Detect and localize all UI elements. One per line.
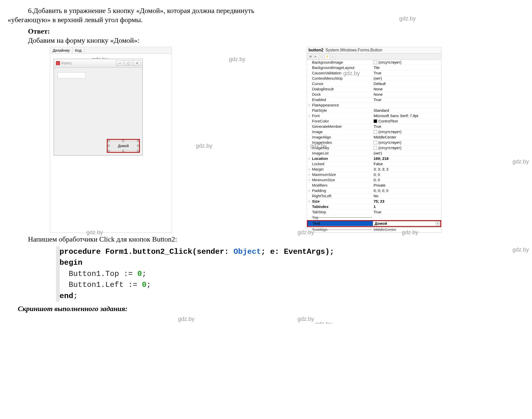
resize-handle[interactable] bbox=[137, 150, 139, 152]
task-text-line1: 6.Добавить в упражнение 5 кнопку «Домой»… bbox=[0, 0, 532, 15]
property-row[interactable]: GenerateMemberTrue bbox=[307, 124, 441, 129]
close-button[interactable]: ✕ bbox=[133, 60, 141, 66]
property-row[interactable]: TabStopTrue bbox=[307, 210, 441, 215]
property-row[interactable]: BackgroundImage(отсутствует) bbox=[307, 60, 441, 65]
property-row[interactable]: ContextMenuStrip(нет) bbox=[307, 76, 441, 81]
expand-icon[interactable]: > bbox=[307, 173, 312, 176]
property-row[interactable]: Tag bbox=[307, 215, 441, 220]
tab-code[interactable]: Код bbox=[72, 47, 84, 53]
property-value[interactable]: 0; 0 bbox=[374, 178, 380, 182]
property-value[interactable]: 0; 0 bbox=[374, 172, 380, 177]
property-row[interactable]: ImageKey(отсутствует) bbox=[307, 145, 441, 151]
expand-icon[interactable]: > bbox=[307, 157, 312, 160]
resize-handle[interactable] bbox=[108, 145, 110, 147]
resize-handle[interactable] bbox=[108, 140, 110, 142]
expand-icon[interactable]: > bbox=[307, 189, 312, 192]
property-row[interactable]: BackgroundImageLayoutTile bbox=[307, 65, 441, 71]
property-value[interactable]: False bbox=[374, 162, 383, 166]
property-value[interactable]: MiddleCenter bbox=[374, 135, 396, 139]
property-row[interactable]: >MaximumSize0; 0 bbox=[307, 172, 441, 177]
property-row[interactable]: >Padding0; 0; 0; 0 bbox=[307, 188, 441, 193]
expand-icon[interactable]: > bbox=[307, 114, 312, 117]
maximize-button[interactable]: ▢ bbox=[125, 60, 132, 66]
property-row[interactable]: >Location169; 218 bbox=[307, 156, 441, 161]
property-value[interactable]: None bbox=[374, 92, 383, 96]
property-value[interactable]: 3; 3; 3; 3 bbox=[374, 167, 388, 171]
property-name: FlatAppearance bbox=[312, 103, 372, 107]
form-window[interactable]: Form1 — ▢ ✕ Домой bbox=[54, 59, 143, 156]
property-value[interactable]: 169; 218 bbox=[374, 156, 389, 161]
expand-icon[interactable]: > bbox=[307, 178, 312, 181]
property-row[interactable]: TextAlignMiddleCenter bbox=[307, 227, 441, 232]
property-row[interactable]: ForeColorControlText bbox=[307, 119, 441, 124]
property-row[interactable]: FlatStyleStandard bbox=[307, 108, 441, 113]
sort-az-icon[interactable]: A↓ bbox=[314, 54, 319, 59]
textbox-button1[interactable] bbox=[57, 72, 85, 78]
property-value[interactable]: Private bbox=[374, 183, 386, 187]
property-row[interactable]: CausesValidationTrue bbox=[307, 71, 441, 76]
property-row[interactable]: TextДомой▾ bbox=[308, 221, 440, 226]
property-value[interactable]: ControlText bbox=[378, 119, 398, 123]
designer-canvas[interactable]: Form1 — ▢ ✕ Домой bbox=[50, 54, 172, 166]
property-value[interactable]: (нет) bbox=[374, 76, 382, 80]
property-value[interactable]: True bbox=[374, 210, 381, 214]
sort-cat-icon[interactable]: ▤ bbox=[308, 54, 313, 59]
property-value[interactable]: No bbox=[374, 194, 378, 198]
property-row[interactable]: ImageList(нет) bbox=[307, 151, 441, 156]
property-row[interactable]: >FontMicrosoft Sans Serif; 7.8pt bbox=[307, 113, 441, 119]
property-row[interactable]: >Margin3; 3; 3; 3 bbox=[307, 167, 441, 172]
expand-icon[interactable]: > bbox=[307, 168, 312, 171]
expand-icon[interactable]: > bbox=[307, 104, 312, 107]
property-row[interactable]: ImageAlignMiddleCenter bbox=[307, 135, 441, 140]
property-row[interactable]: Image(отсутствует) bbox=[307, 129, 441, 135]
property-value[interactable]: 0; 0; 0; 0 bbox=[374, 188, 388, 193]
property-value[interactable]: Microsoft Sans Serif; 7.8pt bbox=[374, 114, 418, 118]
property-name: TabIndex bbox=[312, 204, 372, 209]
property-value[interactable]: None bbox=[374, 87, 383, 91]
property-value[interactable]: Домой bbox=[375, 221, 387, 226]
resize-handle[interactable] bbox=[122, 140, 124, 142]
property-value[interactable]: (отсутствует) bbox=[378, 60, 401, 64]
property-value[interactable]: True bbox=[374, 124, 381, 129]
property-row[interactable]: DialogResultNone bbox=[307, 87, 441, 92]
property-name: ForeColor bbox=[312, 119, 372, 123]
property-value[interactable]: Standard bbox=[374, 108, 389, 113]
highlight-box: Домой bbox=[107, 139, 140, 153]
expand-icon[interactable]: > bbox=[307, 200, 312, 203]
property-value[interactable]: 75; 23 bbox=[374, 199, 385, 203]
property-row[interactable]: EnabledTrue bbox=[307, 97, 441, 103]
page-icon[interactable]: ▢ bbox=[330, 54, 335, 59]
dropdown-icon[interactable]: ▾ bbox=[436, 221, 440, 226]
property-row[interactable]: RightToLeftNo bbox=[307, 193, 441, 199]
property-row[interactable]: ImageIndex(отсутствует) bbox=[307, 140, 441, 145]
form-body[interactable]: Домой bbox=[54, 68, 142, 155]
resize-handle[interactable] bbox=[137, 140, 139, 142]
resize-handle[interactable] bbox=[137, 145, 139, 147]
property-row[interactable]: CursorDefault bbox=[307, 81, 441, 87]
property-value[interactable]: (отсутствует) bbox=[378, 140, 401, 145]
property-value[interactable]: (отсутствует) bbox=[378, 130, 401, 134]
property-value[interactable]: True bbox=[374, 97, 381, 102]
events-icon[interactable]: ⚡ bbox=[325, 54, 330, 59]
minimize-button[interactable]: — bbox=[116, 60, 124, 66]
property-grid[interactable]: BackgroundImage(отсутствует)BackgroundIm… bbox=[307, 60, 441, 232]
property-value[interactable]: (отсутствует) bbox=[378, 146, 401, 150]
button2-home[interactable]: Домой bbox=[109, 141, 138, 151]
property-row[interactable]: >MinimumSize0; 0 bbox=[307, 177, 441, 183]
property-row[interactable]: >FlatAppearance bbox=[307, 103, 441, 108]
property-value[interactable]: 1 bbox=[374, 204, 376, 209]
property-value[interactable]: Default bbox=[374, 81, 386, 86]
property-value[interactable]: True bbox=[374, 71, 381, 75]
property-row[interactable]: DockNone bbox=[307, 92, 441, 97]
resize-handle[interactable] bbox=[122, 150, 124, 152]
property-row[interactable]: ModifiersPrivate bbox=[307, 183, 441, 188]
property-row[interactable]: >Size75; 23 bbox=[307, 199, 441, 204]
property-value[interactable]: MiddleCenter bbox=[374, 227, 396, 232]
property-row[interactable]: LockedFalse bbox=[307, 161, 441, 167]
property-value[interactable]: Tile bbox=[374, 65, 380, 70]
property-row[interactable]: TabIndex1 bbox=[307, 204, 441, 210]
property-value[interactable]: (нет) bbox=[374, 151, 382, 155]
resize-handle[interactable] bbox=[108, 150, 110, 152]
props-icon[interactable]: ▢ bbox=[319, 54, 324, 59]
tab-designer[interactable]: Дизайнер bbox=[50, 47, 72, 53]
